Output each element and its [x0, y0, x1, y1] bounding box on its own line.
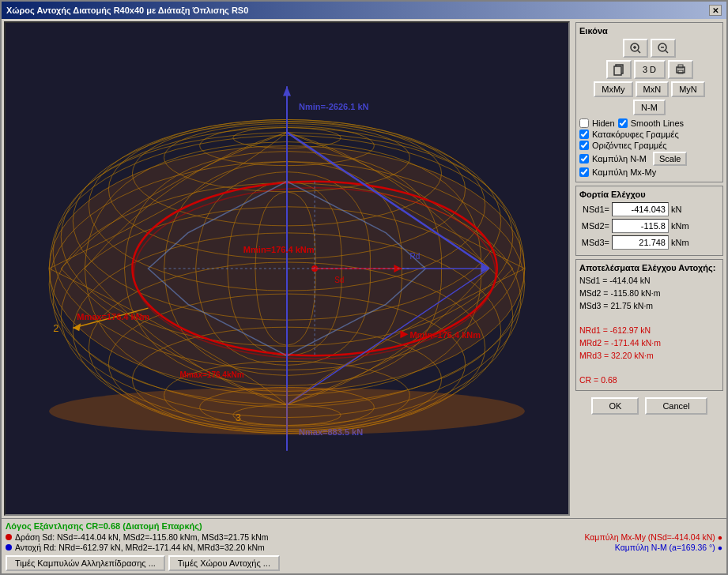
results-title: Αποτελέσματα Ελέγχου Αντοχής:: [579, 263, 719, 272]
msd2-input[interactable]: [612, 219, 669, 233]
hidden-label: Hiden: [592, 118, 615, 128]
kampyli-nm-label: Καμπύλη N-M: [592, 154, 647, 163]
fortia-group: Φορτία Ελέγχου NSd1= kN MSd2= kNm MSd3= …: [575, 186, 723, 256]
hidden-row: Hiden Smooth Lines: [579, 118, 719, 128]
btn-myn[interactable]: MyN: [671, 81, 705, 97]
msd3-row: MSd3= kNm: [579, 235, 719, 250]
antoxh-line: Αντοχή Rd: NRd=-612.97 kN, MRd2=-171.44 …: [6, 543, 722, 552]
window-title: Χώρος Αντοχής Διατομής R40x40 με Διάταξη…: [6, 6, 248, 15]
nsd1-unit: kN: [671, 205, 693, 214]
nsd1-row: NSd1= kN: [579, 202, 719, 216]
smooth-lines-checkbox[interactable]: [618, 118, 628, 128]
view-row2: N-M: [579, 100, 719, 115]
svg-text:Mmax=176.4 kNm: Mmax=176.4 kNm: [77, 312, 149, 321]
kampyli-nm-checkbox[interactable]: [579, 154, 589, 163]
xoros-btn[interactable]: Τιμές Χώρου Αντοχής ...: [168, 555, 280, 571]
drasi-text: Δράση Sd: NSd=-414.04 kN, MSd2=-115.80 k…: [15, 532, 269, 542]
bottom-buttons: Τιμές Καμπυλών Αλληλεπίδρασης ... Τιμές …: [6, 555, 722, 571]
canvas-area: Nmin=-2626.1 kN Nmax=883.5 kN Mmin=176.4…: [4, 21, 570, 516]
antoxh-dot: [6, 544, 12, 551]
antoxh-text: Αντοχή Rd: NRd=-612.97 kN, MRd2=-171.44 …: [15, 543, 265, 552]
bottom-bar: Λόγος Εξάντλησης CR=0.68 (Διατομή Επαρκή…: [2, 518, 726, 573]
msd3-label: MSd3=: [579, 238, 609, 247]
eikona-title: Εικόνα: [579, 26, 719, 36]
msd3-input[interactable]: [612, 235, 669, 250]
svg-point-49: [49, 387, 525, 434]
svg-text:Nmin=-2626.1 kN: Nmin=-2626.1 kN: [299, 102, 369, 111]
orizonties-row: Οριζόντιες Γραμμές: [579, 141, 719, 150]
results-content: NSd1 = -414.04 kN MSd2 = -115.80 kN·m MS…: [579, 275, 719, 387]
btn-nm[interactable]: N-M: [633, 100, 666, 115]
msd2-row: MSd2= kNm: [579, 219, 719, 233]
result-mrd3: MRd3 = 32.20 kN·m: [579, 350, 719, 363]
kampyli-mxmy-text: Καμπύλη Mx-My (NSd=-414.04 kN) ●: [584, 532, 722, 542]
hidden-checkbox[interactable]: [579, 118, 589, 128]
katakorufes-label: Κατακόρυφες Γραμμές: [592, 130, 679, 139]
nsd1-label: NSd1=: [579, 205, 609, 214]
result-mrd2: MRd2 = -171.44 kN·m: [579, 337, 719, 350]
msd2-unit: kNm: [671, 221, 693, 231]
katakorufes-checkbox[interactable]: [579, 130, 589, 139]
ok-cancel-row: OK Cancel: [575, 397, 723, 415]
btn-mxn[interactable]: MxN: [636, 81, 670, 97]
nsd1-input[interactable]: [612, 202, 669, 216]
svg-text:Mmin=176.4 kNm: Mmin=176.4 kNm: [409, 330, 481, 340]
view-row1: MxMy MxN MyN: [579, 81, 719, 97]
msd2-label: MSd2=: [579, 221, 609, 231]
svg-text:Mmax=176.4kNm: Mmax=176.4kNm: [180, 370, 244, 379]
eikona-group: Εικόνα: [575, 22, 723, 182]
drasi-line: Δράση Sd: NSd=-414.04 kN, MSd2=-115.80 k…: [6, 532, 722, 542]
title-bar: Χώρος Αντοχής Διατομής R40x40 με Διάταξη…: [2, 2, 726, 19]
zoom-out-button[interactable]: [651, 39, 676, 58]
kampyli-mxmy-checkbox[interactable]: [579, 167, 589, 177]
kampyli-mxmy-row: Καμπύλη Mx-My: [579, 167, 719, 177]
print-button[interactable]: [668, 60, 693, 79]
orizonties-label: Οριζόντιες Γραμμές: [592, 141, 667, 150]
result-msd3: MSd3 = 21.75 kN·m: [579, 300, 719, 313]
svg-text:Rd: Rd: [409, 252, 420, 261]
svg-text:Mmin=176.4 kNm: Mmin=176.4 kNm: [243, 245, 315, 254]
zoom-row: [579, 39, 719, 58]
copy-button[interactable]: [606, 60, 632, 79]
result-nrd1: NRd1 = -612.97 kN: [579, 325, 719, 337]
main-window: Χώρος Αντοχής Διατομής R40x40 με Διάταξη…: [0, 0, 728, 575]
smooth-lines-label: Smooth Lines: [631, 118, 684, 128]
katakorufes-row: Κατακόρυφες Γραμμές: [579, 130, 719, 139]
status-line: Λόγος Εξάντλησης CR=0.68 (Διατομή Επαρκή…: [6, 521, 722, 531]
right-panel: Εικόνα: [572, 19, 726, 518]
copy-print-row: 3 D: [579, 60, 719, 79]
result-nsd1: NSd1 = -414.04 kN: [579, 275, 719, 288]
btn-mxmy[interactable]: MxMy: [594, 81, 632, 97]
svg-text:Sd: Sd: [334, 276, 344, 284]
scale-button[interactable]: Scale: [653, 152, 688, 166]
close-button[interactable]: ✕: [709, 5, 722, 16]
result-cr: CR = 0.68: [579, 374, 719, 387]
kampyli-nm-row: Καμπύλη N-M Scale: [579, 152, 719, 166]
msd3-unit: kNm: [671, 238, 693, 247]
svg-line-53: [638, 51, 640, 53]
zoom-in-button[interactable]: [623, 39, 648, 58]
ok-button[interactable]: OK: [591, 397, 639, 415]
fortia-title: Φορτία Ελέγχου: [579, 190, 719, 199]
svg-text:2: 2: [53, 322, 58, 334]
svg-rect-58: [614, 66, 621, 75]
kampyles-btn[interactable]: Τιμές Καμπυλών Αλληλεπίδρασης ...: [6, 555, 165, 571]
result-msd2: MSd2 = -115.80 kN·m: [579, 288, 719, 300]
kampyli-mxmy-label: Καμπύλη Mx-My: [592, 167, 656, 177]
kampyli-nm-text: Καμπύλη N-M (a=169.36 °) ●: [615, 543, 722, 552]
orizonties-checkbox[interactable]: [579, 141, 589, 150]
cancel-button[interactable]: Cancel: [645, 397, 707, 415]
main-content: Nmin=-2626.1 kN Nmax=883.5 kN Mmin=176.4…: [2, 19, 726, 518]
svg-line-56: [666, 51, 668, 53]
btn-3d[interactable]: 3 D: [634, 60, 666, 79]
results-box: Αποτελέσματα Ελέγχου Αντοχής: NSd1 = -41…: [575, 259, 723, 391]
drasi-dot: [6, 534, 12, 540]
